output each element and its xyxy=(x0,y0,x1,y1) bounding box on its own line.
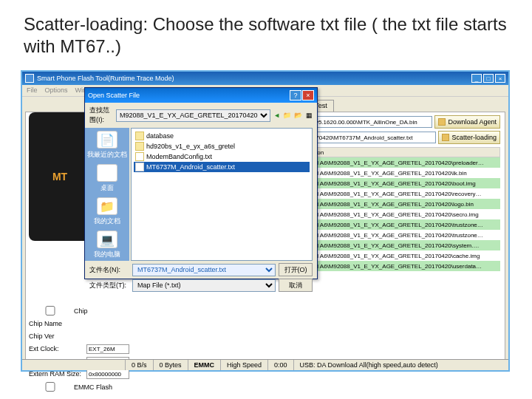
status-usb: USB: DA Download All(high speed,auto det… xyxy=(294,360,508,370)
folder-item[interactable]: hd920bs_v1_e_yx_a6s_gretel xyxy=(134,141,310,151)
file-icon xyxy=(135,163,144,171)
table-row[interactable]: \Gretel A6\M92088_V1_E_YX_AGE_GRETEL_201… xyxy=(298,230,500,240)
status-time: 0:00 xyxy=(268,360,294,370)
close-icon[interactable]: × xyxy=(495,74,505,83)
folder-item[interactable]: database xyxy=(134,131,310,141)
folder-icon xyxy=(135,142,144,151)
scatter-path-input[interactable] xyxy=(298,132,436,143)
titlebar[interactable]: Smart Phone Flash Tool(Runtime Trace Mod… xyxy=(22,72,508,85)
filename-label: 文件名(N): xyxy=(89,265,129,275)
filetype-select[interactable]: Map File (*.txt) xyxy=(132,279,276,292)
table-row[interactable]: \Gretel A6\M92088_V1_E_YX_AGE_GRETEL_201… xyxy=(298,157,500,168)
file-browser[interactable]: database hd920bs_v1_e_yx_a6s_gretel Mode… xyxy=(131,128,313,261)
status-speed: 0 B/s xyxy=(126,360,154,370)
window-title: Smart Phone Flash Tool(Runtime Trace Mod… xyxy=(37,75,174,82)
table-row[interactable]: \Gretel A6\M92088_V1_E_YX_AGE_GRETEL_201… xyxy=(298,250,500,261)
menu-file[interactable]: File xyxy=(27,86,38,95)
lookin-row: 查找范围(I): M92088_V1_E_YX_AGE_GRETEL_20170… xyxy=(85,103,317,128)
emmc-checkbox[interactable] xyxy=(29,382,72,392)
chip-panel: Chip Chip Name Chip Ver Ext Clock: Exter… xyxy=(29,306,129,395)
emmc-label: EMMC Flash xyxy=(74,383,112,391)
ram-size-label: Extern RAM Size: xyxy=(29,370,86,378)
table-row[interactable]: \Gretel A6\M92088_V1_E_YX_AGE_GRETEL_201… xyxy=(298,178,500,188)
back-icon[interactable]: ◄ xyxy=(273,110,281,120)
chip-ver-label: Chip Ver xyxy=(29,332,86,340)
place-documents[interactable]: 📁我的文档 xyxy=(94,197,120,226)
lookin-select[interactable]: M92088_V1_E_YX_AGE_GRETEL_20170420 xyxy=(116,109,270,122)
folder-icon xyxy=(438,118,446,126)
scatter-loading-button[interactable]: Scatter-loading xyxy=(438,131,500,144)
place-desktop[interactable]: 🖥桌面 xyxy=(97,164,117,193)
file-item[interactable]: ModemBandConfig.txt xyxy=(134,151,310,162)
table-row[interactable]: \Gretel A6\M92088_V1_E_YX_AGE_GRETEL_201… xyxy=(298,188,500,199)
status-progress xyxy=(22,360,126,370)
ram-size-input[interactable] xyxy=(86,369,129,379)
dialog-titlebar[interactable]: Open Scatter File ? × xyxy=(85,88,317,103)
cancel-button[interactable]: 取消 xyxy=(279,279,313,292)
status-hs: High Speed xyxy=(221,360,268,370)
table-row[interactable]: \Gretel A6\M92088_V1_E_YX_AGE_GRETEL_201… xyxy=(298,199,500,209)
status-mode: EMMC xyxy=(188,360,222,370)
filetype-label: 文件类型(T): xyxy=(89,281,129,290)
right-panel: Download Agent Scatter-loading Location … xyxy=(298,115,500,271)
da-path-input[interactable] xyxy=(298,116,432,128)
minimize-icon[interactable]: _ xyxy=(471,74,482,83)
folder-icon xyxy=(442,134,449,141)
maximize-icon[interactable]: □ xyxy=(483,74,494,83)
up-icon[interactable]: 📁 xyxy=(283,110,291,120)
ext-clock-input[interactable] xyxy=(86,344,129,354)
phone-preview: MT xyxy=(29,112,91,241)
table-row[interactable]: \Gretel A6\M92088_V1_E_YX_AGE_GRETEL_201… xyxy=(298,168,500,178)
open-button[interactable]: 打开(O) xyxy=(279,263,313,276)
location-header: Location xyxy=(298,147,500,157)
file-list: \Gretel A6\M92088_V1_E_YX_AGE_GRETEL_201… xyxy=(298,157,500,271)
filename-input[interactable]: MT6737M_Android_scatter.txt xyxy=(132,264,276,276)
menu-options[interactable]: Options xyxy=(45,86,68,95)
status-bytes: 0 Bytes xyxy=(154,360,188,370)
new-folder-icon[interactable]: 📂 xyxy=(294,110,302,120)
instruction-heading: Scatter-loading: Choose the software txt… xyxy=(0,0,532,65)
folder-icon xyxy=(135,132,144,140)
table-row[interactable]: \Gretel A6\M92088_V1_E_YX_AGE_GRETEL_201… xyxy=(298,219,500,230)
ext-clock-label: Ext Clock: xyxy=(29,345,86,352)
views-icon[interactable]: ▦ xyxy=(305,110,313,120)
table-row[interactable]: \Gretel A6\M92088_V1_E_YX_AGE_GRETEL_201… xyxy=(298,240,500,250)
chip-label: Chip xyxy=(74,307,88,315)
open-scatter-dialog: Open Scatter File ? × 查找范围(I): M92088_V1… xyxy=(84,87,318,279)
places-bar: 📄我最近的文档 🖥桌面 📁我的文档 💻我的电脑 xyxy=(85,128,129,261)
app-icon xyxy=(25,74,34,83)
place-recent[interactable]: 📄我最近的文档 xyxy=(87,131,127,160)
chip-name-label: Chip Name xyxy=(29,320,86,327)
dialog-close-icon[interactable]: × xyxy=(302,90,314,100)
statusbar: 0 B/s 0 Bytes EMMC High Speed 0:00 USB: … xyxy=(22,359,508,370)
file-icon xyxy=(135,152,144,161)
chip-checkbox[interactable] xyxy=(29,306,72,316)
dialog-help-icon[interactable]: ? xyxy=(290,90,301,100)
phone-label: MT xyxy=(52,171,67,183)
lookin-label: 查找范围(I): xyxy=(89,106,113,125)
place-computer[interactable]: 💻我的电脑 xyxy=(94,231,120,259)
file-item-selected[interactable]: MT6737M_Android_scatter.txt xyxy=(134,162,310,172)
download-agent-button[interactable]: Download Agent xyxy=(434,115,500,129)
table-row[interactable]: \Gretel A6\M92088_V1_E_YX_AGE_GRETEL_201… xyxy=(298,209,500,219)
dialog-title: Open Scatter File xyxy=(88,92,140,99)
table-row[interactable]: \Gretel A6\M92088_V1_E_YX_AGE_GRETEL_201… xyxy=(298,261,500,271)
